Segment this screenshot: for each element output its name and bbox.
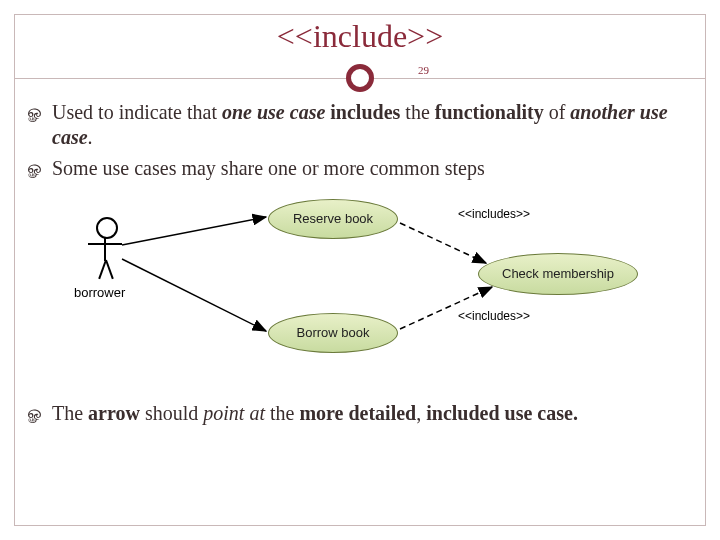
content: ௐ Used to indicate that one use case inc…: [28, 96, 700, 516]
bullet-1-text: Used to indicate that one use case inclu…: [52, 100, 700, 150]
text-seg: Used to indicate that: [52, 101, 222, 123]
bullet-glyph: ௐ: [28, 100, 52, 150]
svg-line-0: [122, 217, 266, 245]
text-seg: arrow: [88, 402, 140, 424]
text-seg: the: [400, 101, 434, 123]
text-seg: The: [52, 402, 88, 424]
include-label-1: <<includes>>: [458, 207, 530, 222]
bullet-glyph: ௐ: [28, 401, 52, 426]
svg-line-2: [400, 223, 486, 263]
usecase-borrow: Borrow book: [268, 313, 398, 353]
bullet-3: ௐ The arrow should point at the more det…: [28, 401, 700, 426]
text-seg: case: [290, 101, 326, 123]
text-seg: the: [265, 402, 299, 424]
actor-head-icon: [96, 217, 118, 239]
usecase-diagram: borrower Reserve book Borrow book Check …: [68, 193, 648, 383]
include-label-2: <<includes>>: [458, 309, 530, 324]
text-seg: ,: [416, 402, 426, 424]
svg-line-1: [122, 259, 266, 331]
text-seg: functionality: [435, 101, 544, 123]
bullet-2: ௐ Some use cases may share one or more c…: [28, 156, 700, 181]
slide-title: <<include>>: [0, 18, 720, 55]
text-seg: includes: [325, 101, 400, 123]
text-seg: .: [88, 126, 93, 148]
text-seg: one: [222, 101, 252, 123]
actor-body-icon: [104, 237, 106, 261]
actor-label: borrower: [74, 285, 125, 301]
page-number: 29: [418, 64, 429, 76]
slide: <<include>> 29 ௐ Used to indicate that o…: [0, 0, 720, 540]
bullet-glyph: ௐ: [28, 156, 52, 181]
actor-arms-icon: [88, 243, 122, 245]
ring-ornament: [346, 64, 374, 92]
usecase-reserve: Reserve book: [268, 199, 398, 239]
text-seg: included use case.: [426, 402, 578, 424]
text-seg: of: [544, 101, 571, 123]
usecase-check: Check membership: [478, 253, 638, 295]
bullet-3-text: The arrow should point at the more detai…: [52, 401, 700, 426]
text-seg: should: [140, 402, 203, 424]
text-seg: more detailed: [299, 402, 416, 424]
text-seg: point at: [203, 402, 265, 424]
actor-leg-icon: [105, 260, 114, 279]
text-seg: use: [257, 101, 285, 123]
bullet-1: ௐ Used to indicate that one use case inc…: [28, 100, 700, 150]
bullet-2-text: Some use cases may share one or more com…: [52, 156, 700, 181]
